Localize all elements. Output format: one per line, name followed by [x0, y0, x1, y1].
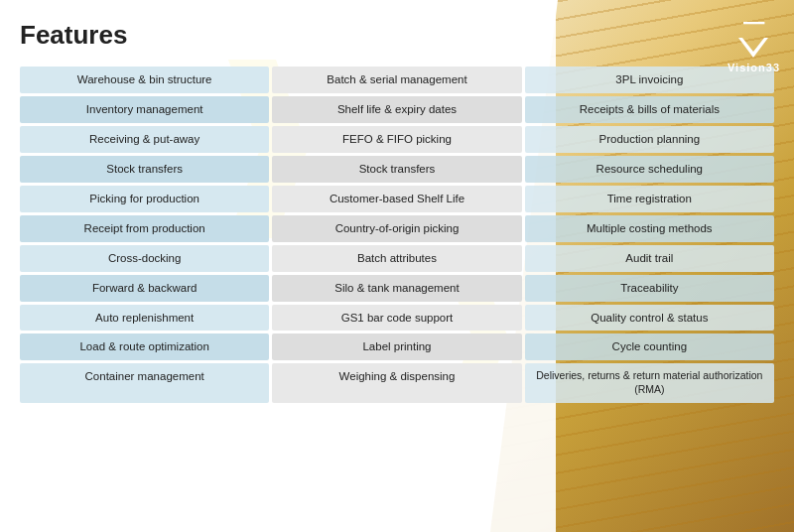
- logo-icon: [734, 34, 772, 62]
- feature-cell-col2-row5: Country-of-origin picking: [272, 215, 521, 242]
- feature-cell-col2-row8: GS1 bar code support: [272, 305, 521, 332]
- svg-marker-0: [738, 38, 768, 58]
- feature-cell-col1-row7: Forward & backward: [20, 275, 269, 302]
- feature-cell-col3-row5: Multiple costing methods: [525, 215, 774, 242]
- feature-cell-col3-row6: Audit trail: [525, 245, 774, 272]
- feature-cell-col2-row7: Silo & tank management: [272, 275, 521, 302]
- logo-text: Vision33: [728, 62, 780, 73]
- feature-cell-col1-row6: Cross-docking: [20, 245, 269, 272]
- logo-symbol: ⸻: [728, 12, 780, 34]
- page-title: Features: [20, 20, 774, 51]
- feature-cell-col3-row9: Cycle counting: [525, 333, 774, 360]
- feature-cell-col3-row2: Production planning: [525, 126, 774, 153]
- logo: ⸻ Vision33: [728, 12, 780, 73]
- feature-cell-col1-row0: Warehouse & bin structure: [20, 66, 269, 93]
- feature-cell-col3-row4: Time registration: [525, 186, 774, 212]
- feature-cell-col1-row3: Stock transfers: [20, 156, 269, 183]
- feature-cell-col3-row7: Traceability: [525, 275, 774, 302]
- feature-cell-col1-row5: Receipt from production: [20, 215, 269, 242]
- features-grid: Warehouse & bin structureBatch & serial …: [20, 66, 774, 403]
- feature-cell-col1-row10: Container management: [20, 363, 269, 402]
- feature-cell-col2-row1: Shelf life & expiry dates: [272, 96, 521, 123]
- feature-cell-col1-row2: Receiving & put-away: [20, 126, 269, 153]
- feature-cell-col1-row8: Auto replenishment: [20, 305, 269, 332]
- feature-cell-col3-row10: Deliveries, returns & return material au…: [525, 363, 774, 402]
- feature-cell-col1-row1: Inventory management: [20, 96, 269, 123]
- feature-cell-col2-row3: Stock transfers: [272, 156, 521, 183]
- feature-cell-col3-row1: Receipts & bills of materials: [525, 96, 774, 123]
- feature-cell-col2-row10: Weighing & dispensing: [272, 363, 521, 402]
- feature-cell-col2-row6: Batch attributes: [272, 245, 521, 272]
- feature-cell-col3-row8: Quality control & status: [525, 305, 774, 332]
- feature-cell-col2-row0: Batch & serial management: [272, 66, 521, 93]
- feature-cell-col2-row9: Label printing: [272, 333, 521, 360]
- feature-cell-col3-row3: Resource scheduling: [525, 156, 774, 183]
- feature-cell-col1-row4: Picking for production: [20, 186, 269, 212]
- feature-cell-col2-row2: FEFO & FIFO picking: [272, 126, 521, 153]
- main-content: Features Warehouse & bin structureBatch …: [0, 0, 794, 413]
- feature-cell-col2-row4: Customer-based Shelf Life: [272, 186, 521, 212]
- feature-cell-col1-row9: Load & route optimization: [20, 333, 269, 360]
